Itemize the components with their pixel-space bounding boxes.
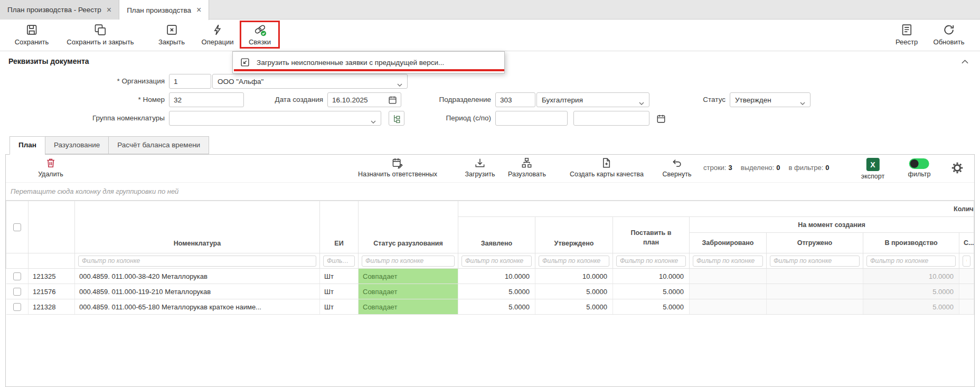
filter-input-shipped[interactable]	[770, 256, 860, 267]
collapse-panel-button[interactable]	[958, 54, 972, 68]
filter-cell	[613, 253, 690, 269]
lightning-icon	[211, 23, 224, 36]
create-quality-cards-button[interactable]: Создать карты качества	[570, 157, 644, 178]
group-header-quantity: Количество	[458, 201, 974, 217]
rows-count: строки:3	[703, 164, 732, 172]
filter-cell	[359, 253, 458, 269]
filter-input-in-production[interactable]	[866, 256, 956, 267]
toggle-on-icon[interactable]	[909, 158, 929, 169]
window-tab-document[interactable]: План производства ×	[119, 0, 209, 20]
filter-toggle[interactable]: фильтр	[908, 157, 931, 178]
cell-unit: Шт	[320, 269, 359, 284]
cell-declared[interactable]: 5.0000	[458, 284, 535, 299]
tab-time-balance[interactable]: Расчёт баланса времени	[108, 136, 209, 154]
cell-status: Совпадает	[359, 299, 458, 315]
department-code-input[interactable]	[495, 92, 535, 107]
registry-button[interactable]: Реестр	[891, 22, 922, 47]
table-row[interactable]: 121576 000.4859. 011.000-119-210 Металло…	[6, 284, 974, 299]
filter-input-reserved[interactable]	[693, 256, 763, 267]
select-all-checkbox[interactable]	[13, 223, 21, 231]
window-tab-registry[interactable]: План производства - Реестр ×	[0, 0, 119, 20]
explode-button[interactable]: Разузловать	[508, 157, 546, 178]
cell-name: 000.4859. 011.000-38-420 Металлорукав	[75, 269, 320, 284]
close-icon[interactable]: ×	[107, 6, 111, 14]
filter-input-to-plan[interactable]	[616, 256, 686, 267]
organization-select[interactable]: ООО "Альфа"	[212, 74, 408, 89]
refresh-button[interactable]: Обновить	[929, 22, 969, 47]
cell-approved[interactable]: 10.0000	[535, 269, 613, 284]
cell-to-plan[interactable]: 10.0000	[613, 269, 690, 284]
calendar-pencil-icon	[391, 157, 403, 169]
row-checkbox[interactable]	[13, 303, 21, 311]
filter-cell	[959, 253, 974, 269]
cell-declared[interactable]: 10.0000	[458, 269, 535, 284]
close-button[interactable]: Закрыть	[154, 22, 189, 47]
chevron-down-icon	[371, 117, 376, 125]
load-button[interactable]: Загрузить	[465, 157, 495, 178]
period-calendar-button[interactable]	[656, 114, 666, 126]
col-header-reserved[interactable]: Забронировано	[690, 233, 767, 253]
department-select[interactable]: Бухгалтерия	[536, 92, 649, 107]
organization-code-input[interactable]	[169, 74, 211, 89]
save-close-button[interactable]: Сохранить и закрыть	[62, 22, 138, 47]
settings-gear-button[interactable]	[951, 162, 964, 176]
number-label: * Номер	[0, 92, 165, 107]
annotation-underline	[234, 69, 504, 71]
table-row[interactable]: 121325 000.4859. 011.000-38-420 Металлор…	[6, 269, 974, 284]
chevron-down-icon	[397, 80, 402, 88]
save-icon	[25, 23, 38, 36]
cell-unit: Шт	[320, 284, 359, 299]
cell-to-plan[interactable]: 5.0000	[613, 284, 690, 299]
collapse-rows-button[interactable]: Свернуть	[663, 157, 692, 178]
cell-approved[interactable]: 5.0000	[535, 284, 613, 299]
cell-unit: Шт	[320, 299, 359, 315]
col-header-id[interactable]	[29, 201, 75, 253]
col-header-cut[interactable]: С...	[959, 233, 974, 253]
col-header-declared[interactable]: Заявлено	[458, 217, 535, 253]
row-checkbox[interactable]	[13, 288, 21, 296]
export-excel-button[interactable]: X экспорт	[861, 158, 884, 180]
links-button[interactable]: Связки	[244, 22, 275, 47]
table-row[interactable]: 121328 000.4859. 011.000-65-180 Металлор…	[6, 299, 974, 315]
calendar-icon	[656, 114, 666, 124]
save-button[interactable]: Сохранить	[11, 22, 53, 47]
col-header-explosion-status[interactable]: Статус разузлования	[359, 201, 458, 253]
close-icon[interactable]: ×	[196, 6, 201, 14]
cell-to-plan[interactable]: 5.0000	[613, 299, 690, 315]
col-header-approved[interactable]: Утверждено	[535, 217, 613, 253]
col-header-unit[interactable]: ЕИ	[320, 201, 359, 253]
tab-label: План	[18, 141, 36, 149]
filter-input-status[interactable]	[362, 256, 455, 267]
creation-date-label: Дата создания	[232, 92, 323, 107]
col-header-put-to-plan[interactable]: Поставить в план	[613, 217, 690, 253]
col-header-in-production[interactable]: В производство	[863, 233, 959, 253]
cell-id: 121576	[29, 284, 75, 299]
filter-input-declared[interactable]	[461, 256, 532, 267]
tab-explosion[interactable]: Разузлование	[45, 136, 108, 154]
status-value: Утвержден	[735, 96, 771, 104]
filter-input-approved[interactable]	[539, 256, 609, 267]
row-checkbox[interactable]	[13, 272, 21, 280]
filter-input-unit[interactable]	[323, 256, 355, 267]
nomenclature-group-select[interactable]	[169, 111, 381, 126]
filter-input-cut[interactable]	[963, 256, 970, 267]
save-close-icon	[93, 23, 107, 36]
cell-declared[interactable]: 5.0000	[458, 299, 535, 315]
cell-approved[interactable]: 5.0000	[535, 299, 613, 315]
filter-input-nomenclature[interactable]	[78, 256, 316, 267]
col-header-shipped[interactable]: Отгружено	[767, 233, 863, 253]
create-quality-cards-label: Создать карты качества	[570, 171, 644, 178]
operations-button[interactable]: Операции	[197, 22, 238, 47]
delete-button[interactable]: Удалить	[38, 157, 63, 178]
assign-responsible-button[interactable]: Назначить ответственных	[358, 157, 437, 178]
col-header-nomenclature[interactable]: Номенклатура	[75, 201, 320, 253]
collapse-rows-label: Свернуть	[663, 171, 692, 178]
gear-icon	[951, 162, 964, 174]
period-to-input[interactable]	[573, 111, 649, 126]
group-by-hint[interactable]: Перетащите сюда колонку для группировки …	[6, 182, 974, 201]
status-select[interactable]: Утвержден	[730, 92, 811, 107]
chevron-down-icon	[639, 99, 644, 107]
period-from-input[interactable]	[495, 111, 568, 126]
filter-cell-id	[29, 253, 75, 269]
tab-plan[interactable]: План	[10, 136, 45, 155]
